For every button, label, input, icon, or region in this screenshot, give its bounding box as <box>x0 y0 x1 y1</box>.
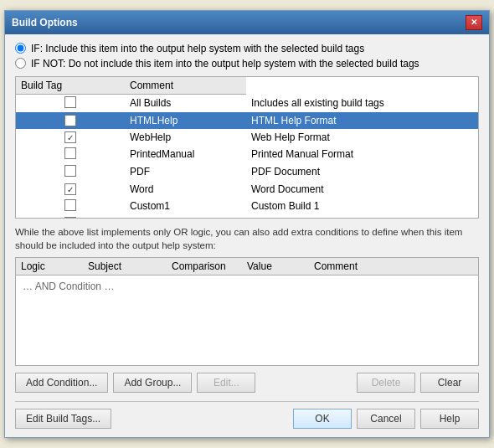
build-tag-cell: Custom2 <box>125 215 246 219</box>
help-button[interactable]: Help <box>420 409 479 429</box>
col-header-comment: Comment <box>125 77 246 95</box>
bottom-row: Edit Build Tags... OK Cancel Help <box>15 409 479 429</box>
build-tag-cell: WebHelp <box>125 129 246 146</box>
build-tag-cell: Word <box>125 181 246 198</box>
cancel-button[interactable]: Cancel <box>357 409 415 429</box>
edit-build-tags-button[interactable]: Edit Build Tags... <box>15 409 111 429</box>
table-row[interactable]: Custom1Custom Build 1 <box>16 198 478 215</box>
build-tag-cell: HTMLHelp <box>125 112 246 129</box>
delete-button[interactable]: Delete <box>357 373 415 393</box>
comment-cell: PDF Document <box>246 163 478 181</box>
comment-cell: Word Document <box>246 181 478 198</box>
table-row[interactable]: PrintedManualPrinted Manual Format <box>16 146 478 163</box>
condition-table-container[interactable]: Logic Subject Comparison Value Comment …… <box>15 257 479 366</box>
col-header-comparison: Comparison <box>167 258 242 275</box>
close-button[interactable]: ✕ <box>466 15 482 30</box>
col-header-logic: Logic <box>16 258 83 275</box>
checkbox-cell[interactable] <box>16 129 125 146</box>
condition-row: … AND Condition … <box>16 275 478 298</box>
condition-table: Logic Subject Comparison Value Comment …… <box>16 258 478 297</box>
action-buttons-row: Add Condition... Add Group... Edit... De… <box>15 373 479 393</box>
table-row[interactable]: Custom2Custom Build 2 <box>16 215 478 219</box>
build-tag-table-container: Build Tag Comment All BuildsIncludes all… <box>15 76 479 219</box>
build-options-dialog: Build Options ✕ IF: Include this item in… <box>4 10 490 438</box>
radio-ifnot-label: IF NOT: Do not include this item into th… <box>31 58 419 70</box>
checkbox-cell[interactable] <box>16 198 125 215</box>
table-row[interactable]: WebHelpWeb Help Format <box>16 129 478 146</box>
checkbox-cell[interactable] <box>16 181 125 198</box>
comment-cell: Printed Manual Format <box>246 146 478 163</box>
comment-cell: Custom Build 2 <box>246 215 478 219</box>
add-group-button[interactable]: Add Group... <box>113 373 192 393</box>
build-tag-table: Build Tag Comment All BuildsIncludes all… <box>16 77 478 219</box>
radio-ifnot[interactable] <box>15 58 26 69</box>
and-condition-text: … AND Condition … <box>16 275 478 298</box>
checkbox-cell[interactable] <box>16 112 125 129</box>
divider <box>15 401 479 402</box>
clear-button[interactable]: Clear <box>420 373 479 393</box>
checkbox-cell[interactable] <box>16 215 125 219</box>
comment-cell: HTML Help Format <box>246 112 478 129</box>
radio-row-ifnot: IF NOT: Do not include this item into th… <box>15 58 479 70</box>
build-tag-cell: All Builds <box>125 94 246 112</box>
table-row[interactable]: All BuildsIncludes all existing build ta… <box>16 94 478 112</box>
add-condition-button[interactable]: Add Condition... <box>15 373 108 393</box>
title-bar: Build Options ✕ <box>5 11 489 34</box>
checkbox-cell[interactable] <box>16 163 125 181</box>
checkbox-cell[interactable] <box>16 94 125 112</box>
table-row[interactable]: WordWord Document <box>16 181 478 198</box>
radio-group: IF: Include this item into the output he… <box>15 43 479 70</box>
build-tag-cell: PDF <box>125 163 246 181</box>
ok-button[interactable]: OK <box>293 409 352 429</box>
comment-cell: Web Help Format <box>246 129 478 146</box>
checkbox-cell[interactable] <box>16 146 125 163</box>
info-text: While the above list implements only OR … <box>15 225 479 252</box>
edit-button[interactable]: Edit... <box>197 373 255 393</box>
dialog-content: IF: Include this item into the output he… <box>5 34 489 437</box>
bottom-right: OK Cancel Help <box>293 409 479 429</box>
col-header-comment2: Comment <box>309 258 478 275</box>
radio-if[interactable] <box>15 43 26 54</box>
col-header-subject: Subject <box>83 258 167 275</box>
table-row[interactable]: HTMLHelpHTML Help Format <box>16 112 478 129</box>
bottom-left: Edit Build Tags... <box>15 409 288 429</box>
build-tag-cell: Custom1 <box>125 198 246 215</box>
radio-if-label: IF: Include this item into the output he… <box>31 43 364 54</box>
comment-cell: Custom Build 1 <box>246 198 478 215</box>
build-tag-cell: PrintedManual <box>125 146 246 163</box>
col-header-value: Value <box>242 258 309 275</box>
col-header-build-tag: Build Tag <box>16 77 125 95</box>
table-row[interactable]: PDFPDF Document <box>16 163 478 181</box>
dialog-title: Build Options <box>12 17 78 28</box>
radio-row-if: IF: Include this item into the output he… <box>15 43 479 54</box>
comment-cell: Includes all existing build tags <box>246 94 478 112</box>
